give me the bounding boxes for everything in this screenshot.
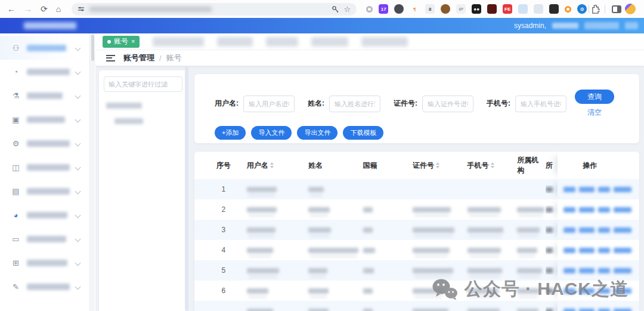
action-link-redacted[interactable]: [564, 309, 575, 311]
sidebar-item-users[interactable]: ⚇: [0, 36, 89, 60]
action-link-redacted[interactable]: [579, 207, 595, 213]
action-link-redacted[interactable]: [579, 187, 595, 192]
action-link-redacted[interactable]: [579, 309, 595, 311]
action-link-redacted[interactable]: [614, 248, 631, 253]
sidebar-item-document[interactable]: ▤: [0, 179, 89, 203]
action-link-redacted[interactable]: [598, 227, 610, 233]
action-link-redacted[interactable]: [564, 227, 575, 233]
breadcrumb-root[interactable]: 账号管理: [123, 53, 154, 63]
ext-badge-8-icon[interactable]: 8: [425, 4, 435, 14]
action-link-redacted[interactable]: [614, 187, 631, 192]
bookmark-star-icon[interactable]: ☆: [344, 5, 351, 13]
sidebar-item-settings[interactable]: ⚙: [0, 131, 89, 155]
ext-person-light-icon[interactable]: [518, 4, 528, 14]
col-header-id-number: 证件号: [404, 161, 459, 171]
clear-link[interactable]: 清空: [587, 107, 602, 118]
action-link-redacted[interactable]: [614, 207, 631, 213]
profile-avatar[interactable]: [625, 4, 636, 14]
password-key-icon[interactable]: [332, 5, 339, 13]
tab-redacted[interactable]: [153, 37, 204, 47]
download-template-button[interactable]: 下载模板: [343, 126, 383, 140]
action-link-redacted[interactable]: [579, 268, 595, 273]
phone-field[interactable]: [515, 96, 566, 112]
header-menu-redacted[interactable]: [625, 22, 638, 29]
action-link-redacted[interactable]: [564, 187, 575, 192]
ext-person-gray-icon[interactable]: [534, 4, 543, 14]
add-button[interactable]: +添加: [215, 126, 246, 140]
cell-nationality: [355, 266, 405, 275]
ext-eyes-icon[interactable]: ●●: [472, 4, 481, 14]
sort-icon[interactable]: [491, 162, 494, 168]
tab-redacted[interactable]: [217, 37, 253, 47]
ext-cookie-icon[interactable]: [441, 4, 450, 14]
address-bar[interactable]: ☆: [72, 3, 357, 16]
tab-redacted[interactable]: [311, 37, 348, 47]
header-menu-redacted[interactable]: [584, 22, 619, 29]
id-number-field[interactable]: [422, 96, 473, 112]
ext-calendar-17-icon[interactable]: 17: [379, 4, 388, 14]
action-link-redacted[interactable]: [579, 248, 595, 253]
site-settings-icon[interactable]: [78, 5, 85, 13]
import-file-button[interactable]: 导入文件: [251, 126, 292, 140]
collapse-menu-icon[interactable]: [106, 55, 115, 61]
extensions-puzzle-icon[interactable]: [591, 5, 600, 14]
tab-redacted[interactable]: [266, 37, 298, 47]
ext-shield-icon[interactable]: [487, 4, 497, 14]
forward-icon[interactable]: →: [24, 5, 32, 13]
tab-redacted[interactable]: [361, 37, 408, 47]
home-icon[interactable]: ⌂: [56, 5, 61, 13]
action-link-redacted[interactable]: [564, 207, 575, 213]
action-link-redacted[interactable]: [579, 227, 595, 233]
close-icon[interactable]: ×: [131, 38, 135, 45]
ext-black-square-icon[interactable]: [549, 4, 559, 14]
cell-index: 6: [209, 287, 239, 295]
back-icon[interactable]: ←: [7, 5, 16, 13]
breadcrumb-separator: /: [159, 54, 162, 63]
sidebar-item-card[interactable]: ▣: [0, 107, 89, 131]
action-link-redacted[interactable]: [598, 309, 610, 311]
name-field[interactable]: [329, 96, 380, 112]
tab-label: 账号: [114, 36, 128, 47]
query-button[interactable]: 查询: [575, 90, 614, 104]
sidebar-item-video[interactable]: ▭: [0, 227, 89, 251]
tab-account-active[interactable]: 账号 ×: [103, 36, 140, 48]
ext-fe-icon[interactable]: FE: [503, 4, 512, 14]
username-field[interactable]: [243, 96, 295, 112]
ext-pilcrow-icon[interactable]: ¶: [410, 4, 419, 14]
ext-mask-icon[interactable]: ⊙: [577, 4, 587, 14]
filter-keyword-input[interactable]: [104, 76, 182, 92]
action-link-redacted[interactable]: [598, 268, 610, 273]
sidebar-scrollbar-thumb[interactable]: [91, 35, 94, 61]
action-link-redacted[interactable]: [614, 309, 631, 311]
export-file-button[interactable]: 导出文件: [297, 126, 338, 140]
side-panel-icon[interactable]: [612, 5, 621, 13]
action-link-redacted[interactable]: [598, 207, 610, 213]
sidebar-item-label-redacted: [27, 140, 70, 147]
ext-hat-icon[interactable]: [394, 4, 404, 14]
ext-search-icon[interactable]: [565, 6, 571, 13]
sidebar-item-apps[interactable]: ⊞: [0, 251, 89, 275]
sort-icon[interactable]: [436, 162, 439, 168]
sort-icon[interactable]: [270, 162, 274, 168]
tree-node-redacted[interactable]: [106, 103, 142, 109]
sidebar-item-org[interactable]: ◫: [0, 155, 89, 179]
cell-nationality: [355, 307, 405, 311]
watermark: 公众号 · HACK之道: [431, 277, 628, 301]
tree-node-redacted[interactable]: [114, 118, 143, 124]
filter-panel-scrollbar[interactable]: [185, 67, 188, 311]
ext-ip-icon[interactable]: IP: [456, 4, 466, 14]
action-link-redacted[interactable]: [564, 248, 575, 253]
sidebar-item-experiment[interactable]: ⚗: [0, 84, 89, 107]
action-link-redacted[interactable]: [598, 187, 610, 192]
sidebar-item-monitor[interactable]: ◕: [0, 203, 89, 227]
ext-circle-icon[interactable]: [366, 6, 373, 13]
sidebar-item-history[interactable]: ◔: [0, 60, 89, 84]
action-link-redacted[interactable]: [614, 227, 631, 233]
sidebar-item-edit[interactable]: ✎: [0, 275, 89, 298]
refresh-icon[interactable]: ⟳: [41, 5, 48, 13]
document-icon: ▤: [11, 187, 21, 196]
action-link-redacted[interactable]: [614, 268, 631, 273]
action-link-redacted[interactable]: [598, 248, 610, 253]
cell-phone: [459, 246, 509, 254]
action-link-redacted[interactable]: [564, 268, 575, 273]
